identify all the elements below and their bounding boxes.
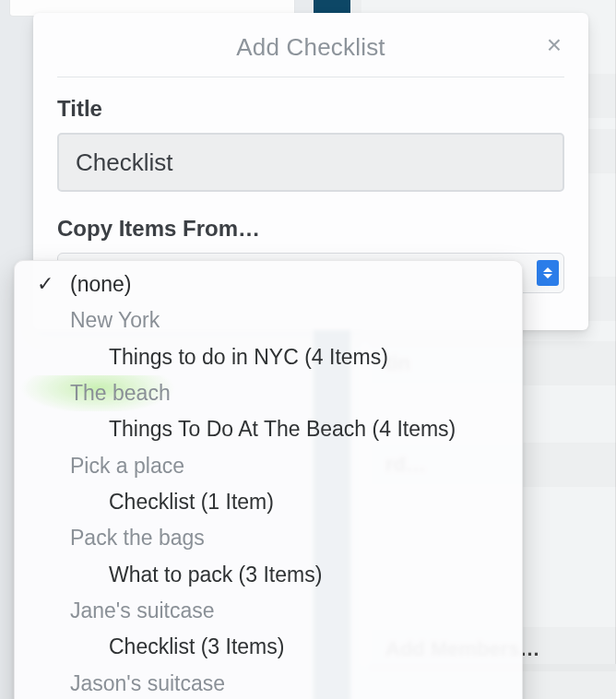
- option-item[interactable]: Things To Do At The Beach (4 Items): [15, 411, 522, 447]
- option-item[interactable]: Things to do in NYC (4 Items): [15, 339, 522, 375]
- optgroup-label: Jane's suitcase: [15, 593, 522, 629]
- option-item[interactable]: Checklist (1 Item): [15, 484, 522, 520]
- optgroup-label: Pick a place: [15, 448, 522, 484]
- title-label: Title: [57, 96, 564, 122]
- checkmark-icon: ✓: [37, 269, 53, 299]
- option-none[interactable]: ✓ (none): [15, 267, 522, 302]
- select-arrows-icon: [537, 260, 559, 286]
- checklist-title-input[interactable]: [57, 133, 564, 192]
- optgroup-label: Pack the bags: [15, 520, 522, 556]
- optgroup-label: New York: [15, 302, 522, 338]
- close-icon[interactable]: ×: [540, 31, 568, 59]
- option-item[interactable]: Checklist (3 Items): [15, 629, 522, 665]
- option-item[interactable]: What to pack (3 Items): [15, 557, 522, 593]
- popover-title: Add Checklist: [236, 33, 385, 62]
- optgroup-label: Jason's suitcase: [15, 666, 522, 699]
- copy-from-label: Copy Items From…: [57, 216, 564, 242]
- option-label: (none): [70, 272, 131, 296]
- copy-from-dropdown: ✓ (none) New York Things to do in NYC (4…: [14, 260, 523, 699]
- optgroup-label: The beach: [15, 375, 522, 411]
